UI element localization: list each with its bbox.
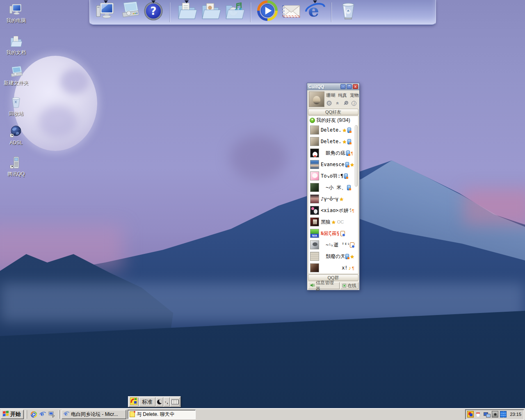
- mobile-icon: [345, 162, 349, 167]
- online-status-label: 在线: [347, 283, 356, 289]
- friends-band-button[interactable]: QQ好友: [308, 109, 358, 115]
- dock-my-computer[interactable]: [94, 0, 118, 25]
- wrench-icon[interactable]: [343, 100, 348, 106]
- message-manager-button[interactable]: 信息管理器: [308, 282, 340, 289]
- desktop-icon-recycle-bin[interactable]: 回收站: [0, 96, 32, 117]
- mobile-icon: [347, 139, 351, 144]
- quick-launch: e: [29, 411, 56, 418]
- task-button-forum[interactable]: e 电白同乡论坛 - Micr...: [62, 410, 126, 419]
- ime-logo-icon: [130, 397, 137, 406]
- qq-penguin-icon[interactable]: [475, 411, 482, 418]
- task-label: 电白同乡论坛 - Micr...: [71, 411, 118, 418]
- dock-email[interactable]: [279, 0, 303, 25]
- clock[interactable]: 23:15: [508, 412, 521, 417]
- buddy-row[interactable]: <xiao>ポ姘？: [308, 205, 358, 216]
- paragraph-icon: [352, 264, 354, 272]
- help-icon: ?: [143, 0, 164, 23]
- ime-fullwidth-button[interactable]: [156, 397, 163, 406]
- roll-up-icon[interactable]: ^: [347, 84, 352, 89]
- buddy-row[interactable]: To↘o羽:¶: [308, 170, 358, 182]
- buddy-avatar: [310, 126, 319, 135]
- settings-gear-icon[interactable]: [327, 101, 331, 105]
- task-button-chat[interactable]: 与 Delete. 聊天中: [128, 410, 196, 419]
- buddy-row[interactable]: №紫ζ霧§: [308, 228, 358, 239]
- desktop-icon-my-computer[interactable]: 我的电脑: [0, 2, 32, 24]
- ime-tray-icon[interactable]: [467, 411, 474, 418]
- desktop-icon-new-folder[interactable]: 新建文件夹: [0, 65, 32, 86]
- dock-internet-explorer[interactable]: e: [303, 0, 327, 25]
- desktop-icon-label: 我的文档: [6, 50, 26, 55]
- dock-separator: [170, 2, 170, 22]
- group-label: 我的好友 (9/34): [316, 117, 350, 124]
- tab-chongwu[interactable]: 宠物: [350, 92, 359, 98]
- buddy-row[interactable]: 眼角の痣: [308, 147, 358, 159]
- dock-media-player[interactable]: [256, 0, 279, 25]
- buddy-row[interactable]: 頹廢の天賦: [308, 251, 358, 262]
- toolbar-grip[interactable]: [26, 410, 27, 419]
- volume-icon[interactable]: [492, 411, 498, 418]
- qq-title-bar[interactable]: CuitQQ - ^ x: [307, 83, 359, 90]
- dock-pictures-folder[interactable]: [199, 0, 222, 25]
- dock-control-panel[interactable]: [118, 0, 142, 25]
- close-icon[interactable]: x: [353, 84, 358, 89]
- buddy-avatar: [310, 137, 319, 146]
- window-title: CuitQQ: [308, 84, 340, 89]
- buddy-row[interactable]: Evanescenc: [308, 159, 358, 170]
- music-folder-icon: [224, 0, 244, 23]
- windows-flag-icon: [2, 410, 9, 418]
- dock-recycle-bin[interactable]: [336, 0, 360, 25]
- ime-method-button[interactable]: [129, 397, 139, 406]
- buddy-row[interactable]: x!: [308, 262, 358, 274]
- scrollbar-thumb[interactable]: [355, 125, 358, 187]
- tab-chunzhen[interactable]: 纯真: [338, 92, 347, 98]
- buddy-row[interactable]: ♪γ⌒ô⌒γ: [308, 193, 358, 205]
- buddy-name: 頹廢の天賦: [321, 253, 345, 260]
- media-player-icon[interactable]: [30, 411, 37, 418]
- dock-help[interactable]: ?: [142, 0, 165, 25]
- buddy-row[interactable]: Delete.: [308, 136, 358, 147]
- buddy-row[interactable]: ~ㄣ逝 ᵀᴱᴸ: [308, 239, 358, 251]
- desktop-icon-tencent-qq[interactable]: 腾讯QQ: [0, 156, 32, 177]
- minimize-icon[interactable]: -: [340, 84, 346, 89]
- star-icon: [342, 126, 347, 134]
- ime-punctuation-button[interactable]: ·,: [164, 397, 170, 406]
- cloud-puff: [230, 135, 287, 180]
- buddy-row[interactable]: Delete.: [308, 124, 358, 136]
- show-desktop-icon[interactable]: [48, 411, 55, 418]
- buddy-group-header[interactable]: 我的好友 (9/34): [308, 116, 358, 124]
- group-expanded-icon: [310, 118, 315, 123]
- network-icon[interactable]: [484, 411, 490, 418]
- start-button[interactable]: 开始: [1, 410, 24, 419]
- buddy-name: ♪γ⌒ô⌒γ: [321, 196, 338, 202]
- documents-folder-icon: [176, 0, 197, 23]
- info-icon[interactable]: i: [352, 101, 356, 106]
- ime-mode-button[interactable]: 标准: [139, 397, 155, 406]
- toolbar-grip[interactable]: [58, 410, 59, 419]
- buddy-list: 我的好友 (9/34) Delete. Delete. 眼角の痣 Evanesc…: [308, 116, 358, 274]
- online-status-button[interactable]: 在线: [340, 282, 358, 289]
- speaker-icon: [310, 283, 315, 288]
- online-status-icon: [342, 284, 346, 288]
- firewall-icon[interactable]: [500, 411, 507, 418]
- desktop-icon-adsl[interactable]: ADSL: [0, 125, 32, 146]
- dock-music-folder[interactable]: [222, 0, 246, 25]
- dock-separator: [251, 2, 251, 22]
- buddy-row[interactable]: 黑狼 ΟС: [308, 216, 358, 228]
- tab-shanhu[interactable]: 珊瑚: [326, 92, 335, 98]
- buddy-name: Delete.: [321, 127, 342, 133]
- internet-explorer-icon[interactable]: e: [39, 411, 46, 418]
- running-indicator-icon: [313, 0, 317, 3]
- buddy-row[interactable]: ~小 米、: [308, 182, 358, 193]
- desktop-icon-label: ADSL: [9, 140, 22, 146]
- dock-documents-folder[interactable]: [175, 0, 199, 25]
- mobile-icon: [345, 254, 349, 259]
- mobile-bound-icon: [340, 231, 345, 236]
- running-indicator-icon: [104, 0, 108, 3]
- chat-note-icon: [130, 411, 135, 417]
- collapse-chevrons-icon[interactable]: [335, 100, 340, 106]
- ime-soft-keyboard-button[interactable]: [170, 397, 180, 406]
- user-avatar[interactable]: [309, 91, 324, 107]
- desktop-icon-label: 腾讯QQ: [7, 171, 25, 177]
- my-documents-icon: [0, 34, 32, 48]
- desktop-icon-my-documents[interactable]: 我的文档: [0, 34, 32, 56]
